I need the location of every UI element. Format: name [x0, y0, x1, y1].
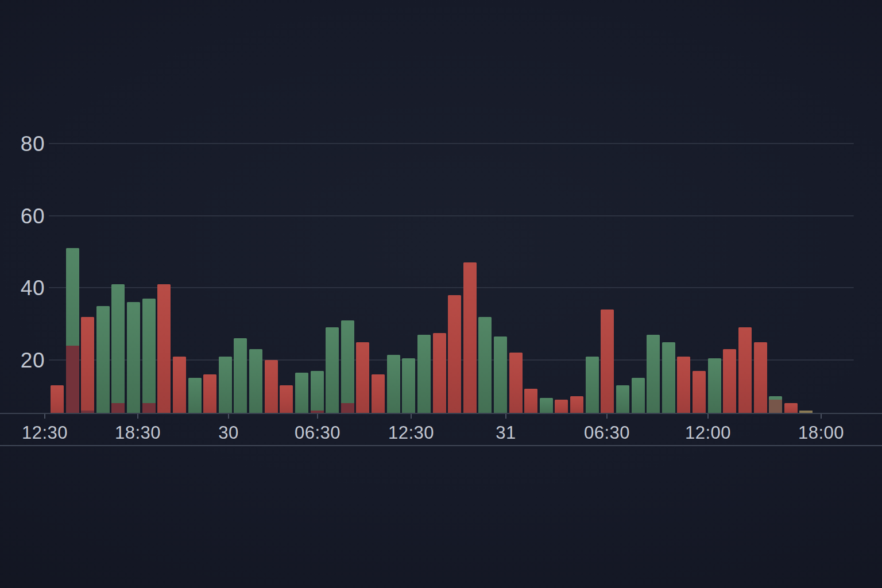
bar-down-volume[interactable]: [509, 353, 523, 413]
bar-up-volume[interactable]: [234, 338, 247, 413]
bar-down-volume[interactable]: [448, 295, 461, 413]
bar-overlap-segment[interactable]: [111, 403, 125, 413]
bar-down-volume[interactable]: [265, 360, 278, 413]
x-axis-label: 06:30: [584, 424, 630, 442]
x-axis-label: 30: [218, 424, 238, 442]
bar-down-volume[interactable]: [570, 396, 583, 413]
x-axis-tick: [137, 414, 138, 419]
bar-overlap-segment[interactable]: [142, 403, 156, 413]
bar-down-volume[interactable]: [372, 374, 385, 413]
x-axis-label: 18:30: [115, 424, 161, 442]
bar-up-volume[interactable]: [111, 284, 125, 413]
x-axis-tick: [228, 414, 229, 419]
bar-down-volume[interactable]: [356, 342, 369, 413]
bar-down-volume[interactable]: [81, 317, 94, 413]
bar-up-volume[interactable]: [616, 385, 629, 413]
bar-down-volume[interactable]: [157, 284, 171, 413]
bar-up-volume[interactable]: [219, 357, 232, 413]
bar-up-volume[interactable]: [586, 357, 599, 413]
bar-up-volume[interactable]: [478, 317, 492, 413]
x-axis-line: [0, 413, 882, 414]
bar-down-volume[interactable]: [280, 385, 293, 413]
bar-up-volume[interactable]: [326, 327, 339, 413]
bar-up-volume[interactable]: [494, 336, 507, 413]
bar-up-volume[interactable]: [708, 358, 721, 413]
x-axis-label: 18:00: [798, 424, 844, 442]
x-axis-tick: [411, 414, 412, 419]
y-axis-label: 40: [21, 277, 45, 299]
bar-down-volume[interactable]: [677, 357, 690, 413]
bar-up-volume[interactable]: [96, 306, 110, 413]
bar-down-volume[interactable]: [754, 342, 767, 413]
bar-up-volume[interactable]: [295, 373, 308, 413]
y-axis-label: 80: [21, 133, 45, 154]
bar-down-volume[interactable]: [784, 403, 798, 413]
bar-down-volume[interactable]: [601, 310, 614, 413]
y-axis-label: 60: [21, 205, 45, 226]
x-axis-label: 12:30: [388, 424, 434, 442]
bar-up-volume[interactable]: [142, 299, 156, 413]
x-axis-tick: [821, 414, 822, 419]
bar-down-volume[interactable]: [51, 385, 64, 413]
bar-up-volume[interactable]: [127, 302, 140, 413]
bar-up-volume[interactable]: [341, 320, 354, 413]
bar-up-volume[interactable]: [417, 335, 431, 413]
bar-overlap-segment[interactable]: [66, 346, 79, 413]
x-axis-label: 06:30: [295, 424, 341, 442]
bar-down-volume[interactable]: [173, 357, 186, 413]
bar-up-volume[interactable]: [662, 342, 675, 413]
volume-chart-panel: 20406080 12:3018:303006:3012:303106:3012…: [0, 0, 882, 588]
y-axis-label: 20: [21, 350, 45, 371]
bar-overlap-segment[interactable]: [341, 403, 354, 413]
panel-divider-line: [0, 445, 882, 446]
x-axis-tick: [317, 414, 318, 419]
x-axis-tick: [505, 414, 506, 419]
bar-down-volume[interactable]: [738, 327, 752, 413]
gridline-60: [49, 215, 854, 216]
x-axis-tick: [44, 414, 45, 419]
bar-up-volume[interactable]: [249, 349, 262, 413]
bar-down-volume[interactable]: [433, 333, 446, 413]
bar-up-volume[interactable]: [402, 358, 415, 413]
bar-up-volume[interactable]: [311, 371, 324, 413]
bar-overlap-segment[interactable]: [769, 400, 782, 413]
x-axis-label: 12:00: [685, 424, 731, 442]
bar-down-volume[interactable]: [555, 400, 568, 413]
bar-up-volume[interactable]: [387, 355, 400, 413]
bar-down-volume[interactable]: [693, 371, 706, 413]
bar-down-volume[interactable]: [203, 374, 216, 413]
bar-down-volume[interactable]: [723, 349, 736, 413]
x-axis-label: 31: [496, 424, 516, 442]
x-axis-tick: [707, 414, 709, 419]
bar-down-volume[interactable]: [463, 262, 477, 413]
bar-up-volume[interactable]: [647, 335, 660, 413]
bar-up-volume[interactable]: [632, 378, 645, 413]
x-axis-tick: [606, 414, 608, 419]
x-axis-label: 12:30: [22, 424, 68, 442]
gridline-80: [49, 143, 854, 144]
bar-down-volume[interactable]: [524, 389, 537, 413]
bar-up-volume[interactable]: [188, 378, 202, 413]
bar-up-volume[interactable]: [540, 398, 553, 413]
